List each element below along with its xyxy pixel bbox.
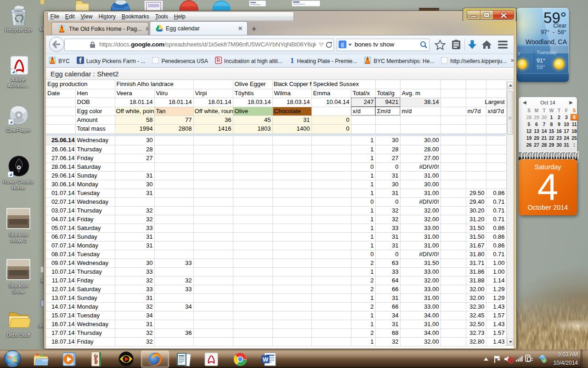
svg-text:1: 1 [290,57,294,64]
svg-text:W: W [263,356,269,363]
svg-text:R: R [216,58,220,63]
